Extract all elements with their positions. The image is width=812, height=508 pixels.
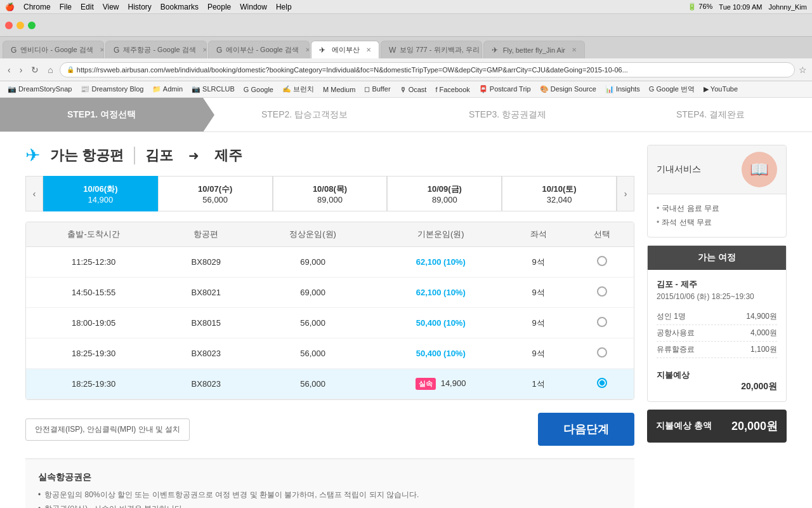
- bookmark-dreamstorysnap[interactable]: 📷 DreamStorySnap: [5, 84, 74, 95]
- maximize-window-button[interactable]: [28, 22, 36, 29]
- refresh-button[interactable]: ↻: [29, 64, 41, 76]
- in-cabin-body: 국내선 음료 무료 좌석 선택 무료: [648, 194, 786, 237]
- col-header-base-price: 기본운임(원): [375, 222, 506, 247]
- date-label-1: 10/07(수): [198, 184, 232, 195]
- menu-chrome[interactable]: Chrome: [23, 3, 51, 11]
- flight-select-3[interactable]: [570, 338, 634, 369]
- step-1-label: STEP1. 여정선택: [67, 109, 136, 121]
- in-cabin-title: 기내서비스: [657, 164, 701, 175]
- step-3[interactable]: STEP3. 항공권결제: [406, 98, 609, 131]
- flight-table: 출발-도착시간 항공편 정상운임(원) 기본운임(원) 좌석 선택 11:25-…: [26, 222, 634, 399]
- next-step-button[interactable]: 다음단계: [538, 413, 634, 446]
- flight-base-price-2: 50,400 (10%): [375, 308, 506, 338]
- tab-close-4[interactable]: ✕: [366, 46, 371, 53]
- radio-2[interactable]: [597, 317, 607, 327]
- home-button[interactable]: ⌂: [45, 64, 55, 76]
- menu-file[interactable]: File: [60, 3, 72, 11]
- step-1[interactable]: STEP1. 여정선택: [0, 98, 203, 131]
- menu-bookmarks[interactable]: Bookmarks: [160, 3, 199, 11]
- menu-view[interactable]: View: [103, 3, 119, 11]
- menu-people[interactable]: People: [207, 3, 231, 11]
- date-prev-button[interactable]: ‹: [25, 176, 43, 211]
- note-item-0: • 항공운임의 80%이상 할인 또는 이벤트항공권으로 여정 변경 및 환불이…: [38, 488, 622, 502]
- radio-1[interactable]: [597, 286, 607, 297]
- forward-button[interactable]: ›: [17, 64, 25, 76]
- ssl-lock-icon: 🔒: [67, 66, 74, 73]
- flight-base-price-1: 62,100 (10%): [375, 277, 506, 308]
- tab-5[interactable]: W 보잉 777 - 위키백과, 우리 모... ✕: [381, 41, 482, 58]
- radio-3[interactable]: [597, 347, 607, 358]
- cabin-book-icon: 📖: [742, 152, 777, 187]
- tab-3[interactable]: G 에이부산 - Google 검색 ✕: [208, 41, 310, 58]
- flight-select-4[interactable]: [570, 369, 634, 399]
- tab-label-3: 에이부산 - Google 검색: [226, 45, 298, 55]
- date-selector: ‹ 10/06(화) 14,900 10/07(수) 56,000 10/08(…: [25, 176, 634, 211]
- date-item-4[interactable]: 10/10(토) 32,040: [502, 176, 617, 211]
- bookmark-slrclub[interactable]: 📷 SLRCLUB: [189, 84, 237, 95]
- bookmark-medium[interactable]: M Medium: [320, 84, 358, 95]
- menu-help[interactable]: Help: [276, 3, 292, 11]
- date-item-0[interactable]: 10/06(화) 14,900: [43, 176, 158, 211]
- in-cabin-header: 기내서비스 📖: [648, 145, 786, 194]
- flight-select-0[interactable]: [570, 247, 634, 277]
- note-bullet-1: •: [38, 502, 41, 508]
- bookmark-buffer[interactable]: ◻ Buffer: [362, 84, 393, 95]
- menu-edit[interactable]: Edit: [81, 3, 94, 11]
- tab-4-active[interactable]: ✈ 에이부산 ✕: [311, 41, 379, 58]
- payment-amount: 20,000원: [731, 418, 778, 434]
- date-item-1[interactable]: 10/07(수) 56,000: [158, 176, 273, 211]
- menu-window[interactable]: Window: [240, 3, 267, 11]
- radio-0[interactable]: [597, 256, 607, 266]
- bookmark-design-source[interactable]: 🎨 Design Source: [537, 84, 599, 95]
- flight-seats-1: 9석: [506, 277, 570, 308]
- tab-close-3[interactable]: ✕: [305, 46, 310, 53]
- close-window-button[interactable]: [5, 22, 13, 29]
- bookmark-postcard-trip[interactable]: 📮 Postcard Trip: [476, 84, 534, 95]
- menu-history[interactable]: History: [128, 3, 152, 11]
- radio-4-checked[interactable]: [597, 378, 607, 388]
- tab-label-1: 엔비디아 - Google 검색: [20, 45, 93, 55]
- flight-direction-icon: ✈: [25, 145, 40, 166]
- flight-select-2[interactable]: [570, 308, 634, 338]
- tab-close-1[interactable]: ✕: [100, 46, 104, 53]
- address-bar[interactable]: 🔒 https://rsvweb.airbusan.com/web/indivi…: [60, 62, 795, 77]
- flight-base-price-3: 50,400 (10%): [375, 338, 506, 369]
- date-next-button[interactable]: ›: [617, 176, 634, 211]
- flight-base-price-4: 실속 14,900: [375, 369, 506, 399]
- bookmark-google[interactable]: G Google: [241, 84, 276, 95]
- trip-cost-row-2: 유류할증료 1,100원: [657, 342, 777, 358]
- flight-select-1[interactable]: [570, 277, 634, 308]
- table-row-selected: 18:25-19:30 BX8023 56,000 실속 14,900 1석: [26, 369, 634, 399]
- apple-icon[interactable]: 🍎: [5, 3, 15, 11]
- security-button[interactable]: 안전결제(ISP), 안심클릭(MPI) 안내 및 설치: [25, 418, 190, 441]
- trip-cost-row-0: 성인 1명 14,900원: [657, 309, 777, 325]
- bookmark-google-translate[interactable]: G Google 번역: [646, 83, 697, 95]
- date-item-3[interactable]: 10/09(금) 89,000: [387, 176, 502, 211]
- clock: Tue 10:09 AM: [719, 3, 762, 11]
- bookmark-facebook[interactable]: f Facebook: [433, 84, 472, 95]
- tab-label-4: 에이부산: [332, 45, 360, 55]
- step-4[interactable]: STEP4. 결제완료: [609, 98, 812, 131]
- minimize-window-button[interactable]: [16, 22, 24, 29]
- date-item-2[interactable]: 10/08(목) 89,000: [273, 176, 388, 211]
- step-2[interactable]: STEP2. 탑승고객정보: [203, 98, 406, 131]
- star-icon[interactable]: ☆: [799, 65, 807, 75]
- tab-close-6[interactable]: ✕: [572, 46, 577, 53]
- tab-6[interactable]: ✈ Fly, better fly_Jin Air ✕: [483, 41, 585, 58]
- bookmark-brunch[interactable]: ✍ 브런치: [280, 83, 317, 95]
- date-price-3: 89,000: [432, 195, 457, 204]
- tab-close-2[interactable]: ✕: [202, 46, 207, 53]
- bookmark-dreamstory-blog[interactable]: 📰 Dreamstory Blog: [78, 84, 146, 95]
- tab-2[interactable]: G 제주항공 - Google 검색 ✕: [105, 41, 207, 58]
- flight-header: ✈ 가는 항공편 김포 ➜ 제주: [25, 145, 634, 166]
- bookmark-admin[interactable]: 📁 Admin: [150, 84, 185, 95]
- bookmark-ocast[interactable]: 🎙 Ocast: [397, 84, 429, 95]
- bookmark-youtube[interactable]: ▶ YouTube: [701, 84, 740, 95]
- date-price-0: 14,900: [88, 195, 114, 204]
- flight-time-3: 18:25-19:30: [26, 338, 161, 369]
- tab-label-6: Fly, better fly_Jin Air: [503, 46, 565, 54]
- flight-normal-price-1: 69,000: [251, 277, 375, 308]
- back-button[interactable]: ‹: [5, 64, 13, 76]
- bookmark-insights[interactable]: 📊 Insights: [603, 84, 643, 95]
- tab-1[interactable]: G 엔비디아 - Google 검색 ✕: [3, 41, 104, 58]
